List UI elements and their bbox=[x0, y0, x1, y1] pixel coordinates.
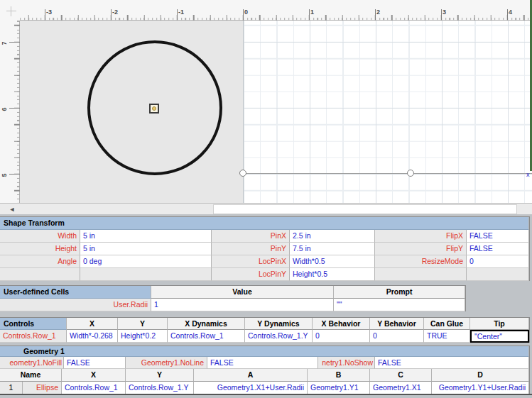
left-arrow-icon: ◄ bbox=[9, 206, 16, 213]
cell-locpinx-label: LocPinX bbox=[212, 255, 290, 268]
line-midpoint-handle[interactable] bbox=[407, 170, 414, 177]
cell-piny-label: PinY bbox=[212, 243, 290, 255]
column-header-x: X bbox=[62, 369, 126, 382]
vertical-ruler: 7 6 5 bbox=[0, 21, 20, 203]
empty-cell bbox=[467, 268, 529, 281]
ruler-tick bbox=[309, 9, 310, 20]
clipped-annotation: x bbox=[526, 171, 530, 178]
ruler-label: -3 bbox=[46, 9, 52, 16]
cell-user-radii-label: User.Radii bbox=[0, 299, 151, 311]
geometry-section: Geometry 1 eometry1.NoFill FALSE Geometr… bbox=[0, 346, 530, 394]
cell-geometry-d[interactable]: Geometry1.Y1+User.Radii bbox=[432, 382, 529, 394]
column-header-xbeh: X Behavior bbox=[313, 318, 370, 330]
cell-locpinx-value[interactable]: Width*0.5 bbox=[290, 255, 375, 268]
cell-controls-tip-selected[interactable]: "Center" bbox=[470, 330, 529, 343]
column-header-c: C bbox=[370, 369, 432, 382]
empty-cell bbox=[375, 268, 467, 281]
ruler-label: -2 bbox=[112, 9, 118, 16]
ruler-tick bbox=[9, 108, 20, 109]
crosshair-icon bbox=[11, 6, 11, 16]
controls-section: Controls X Y X Dynamics Y Dynamics X Beh… bbox=[0, 317, 530, 343]
cell-flipx-label: FlipX bbox=[375, 230, 467, 243]
cell-geometry-a[interactable]: Geometry1.X1+User.Radii bbox=[194, 382, 308, 394]
cell-geometry-b[interactable]: Geometry1.Y1 bbox=[308, 382, 370, 394]
section-title: Controls bbox=[0, 318, 67, 330]
cell-nofill-value[interactable]: FALSE bbox=[64, 357, 126, 369]
cell-pinx-value[interactable]: 2.5 in bbox=[290, 230, 375, 243]
cell-rowtype-ellipse: Ellipse bbox=[23, 382, 62, 394]
cell-controls-ybeh[interactable]: 0 bbox=[370, 330, 424, 343]
cell-flipx-value[interactable]: FALSE bbox=[467, 230, 529, 243]
horizontal-scrollbar[interactable]: ◄ bbox=[0, 203, 532, 214]
cell-noshow-label: netry1.NoShow bbox=[318, 357, 375, 369]
cell-controls-x[interactable]: Width*-0.268 bbox=[67, 330, 118, 343]
section-title: Geometry 1 bbox=[0, 346, 529, 357]
cell-geometry-x[interactable]: Controls.Row_1 bbox=[62, 382, 126, 394]
shape-transform-section: Shape Transform Width 5 in PinX 2.5 in F… bbox=[0, 216, 530, 281]
cell-controls-row-label: Controls.Row_1 bbox=[0, 330, 67, 343]
line-endpoint-handle[interactable] bbox=[239, 170, 246, 177]
visio-shapesheet-window: -3 -2 -1 0 1 2 3 4 7 6 5 x ◄ bbox=[0, 0, 532, 398]
cell-controls-ydyn[interactable]: Controls.Row_1.Y bbox=[245, 330, 313, 343]
window-bottom-edge bbox=[0, 394, 532, 395]
ruler-tick bbox=[375, 9, 376, 20]
ruler-label: 1 bbox=[310, 9, 314, 16]
column-header-d: D bbox=[432, 369, 529, 382]
cell-user-radii-prompt[interactable]: "" bbox=[334, 299, 465, 311]
cell-noshow-value[interactable]: FALSE bbox=[375, 357, 529, 369]
cell-controls-glue[interactable]: TRUE bbox=[424, 330, 470, 343]
cell-piny-value[interactable]: 7.5 in bbox=[290, 243, 375, 255]
cell-pinx-label: PinX bbox=[212, 230, 290, 243]
ruler-tick bbox=[177, 9, 178, 20]
cell-controls-y[interactable]: Height*0.2 bbox=[118, 330, 168, 343]
cell-width-label: Width bbox=[0, 230, 80, 243]
cell-geometry-y[interactable]: Controls.Row_1.Y bbox=[126, 382, 194, 394]
cell-resizemode-label: ResizeMode bbox=[375, 255, 467, 268]
column-header-x: X bbox=[67, 318, 118, 330]
cell-user-radii-value[interactable]: 1 bbox=[151, 299, 334, 311]
row-number: 1 bbox=[0, 382, 23, 394]
cell-geometry-c[interactable]: Geometry1.X1 bbox=[370, 382, 432, 394]
drawing-canvas[interactable] bbox=[20, 21, 532, 203]
ruler-tick bbox=[441, 9, 442, 20]
column-header-xdyn: X Dynamics bbox=[168, 318, 245, 330]
column-header-name: Name bbox=[0, 369, 62, 382]
column-header-prompt: Prompt bbox=[334, 286, 465, 299]
horizontal-ruler-ticks bbox=[20, 0, 532, 21]
ruler-tick bbox=[9, 42, 20, 43]
cell-resizemode-value[interactable]: 0 bbox=[467, 255, 529, 268]
cell-noline-label: Geometry1.NoLine bbox=[126, 357, 207, 369]
cell-height-label: Height bbox=[0, 243, 80, 255]
column-header-ydyn: Y Dynamics bbox=[245, 318, 313, 330]
control-point-handle[interactable] bbox=[149, 104, 159, 114]
empty-cell bbox=[0, 268, 80, 281]
line-shape[interactable] bbox=[243, 173, 532, 174]
column-header-y: Y bbox=[126, 369, 194, 382]
page-grid[interactable] bbox=[243, 21, 532, 203]
cell-controls-xbeh[interactable]: 0 bbox=[313, 330, 370, 343]
scrollbar-thumb[interactable] bbox=[213, 204, 517, 214]
column-header-ybeh: Y Behavior bbox=[370, 318, 424, 330]
cell-angle-value[interactable]: 0 deg bbox=[80, 255, 212, 268]
ruler-label: 7 bbox=[1, 40, 9, 48]
cell-flipy-label: FlipY bbox=[375, 243, 467, 255]
ruler-tick bbox=[507, 9, 508, 20]
ruler-tick bbox=[9, 174, 20, 175]
section-title: Shape Transform bbox=[0, 217, 529, 230]
control-point-dot bbox=[152, 106, 156, 111]
cell-height-value[interactable]: 5 in bbox=[80, 243, 212, 255]
ruler-tick bbox=[111, 9, 112, 20]
cell-locpiny-label: LocPinY bbox=[212, 268, 290, 281]
ruler-label: 2 bbox=[376, 9, 380, 16]
ruler-label: 0 bbox=[244, 9, 248, 16]
cell-width-value[interactable]: 5 in bbox=[80, 230, 212, 243]
cell-locpiny-value[interactable]: Height*0.5 bbox=[290, 268, 375, 281]
ruler-label: 4 bbox=[509, 9, 512, 16]
cell-noline-value[interactable]: FALSE bbox=[207, 357, 318, 369]
cell-controls-xdyn[interactable]: Controls.Row_1 bbox=[168, 330, 245, 343]
scroll-left-button[interactable]: ◄ bbox=[6, 205, 18, 214]
cell-flipy-value[interactable]: FALSE bbox=[467, 243, 529, 255]
user-defined-cells-section: User-defined Cells Value Prompt User.Rad… bbox=[0, 285, 466, 311]
crosshair-icon bbox=[6, 11, 16, 11]
column-header-y: Y bbox=[118, 318, 168, 330]
